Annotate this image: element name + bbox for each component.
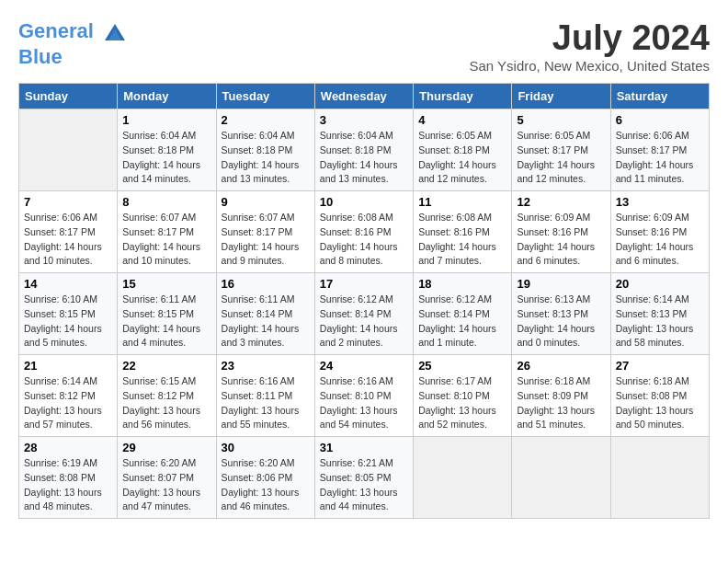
day-info: Sunrise: 6:10 AM Sunset: 8:15 PM Dayligh… xyxy=(24,293,112,350)
calendar-cell xyxy=(19,109,118,191)
calendar-cell: 17Sunrise: 6:12 AM Sunset: 8:14 PM Dayli… xyxy=(314,273,413,355)
calendar-cell: 25Sunrise: 6:17 AM Sunset: 8:10 PM Dayli… xyxy=(414,355,512,437)
col-header-wednesday: Wednesday xyxy=(314,84,413,109)
calendar-cell: 18Sunrise: 6:12 AM Sunset: 8:14 PM Dayli… xyxy=(414,273,512,355)
col-header-friday: Friday xyxy=(512,84,610,109)
calendar-table: SundayMondayTuesdayWednesdayThursdayFrid… xyxy=(18,83,710,519)
calendar-cell xyxy=(414,437,512,519)
calendar-cell: 6Sunrise: 6:06 AM Sunset: 8:17 PM Daylig… xyxy=(610,109,709,191)
day-info: Sunrise: 6:18 AM Sunset: 8:08 PM Dayligh… xyxy=(616,374,704,432)
day-number: 22 xyxy=(122,359,210,373)
col-header-monday: Monday xyxy=(118,84,216,109)
calendar-cell: 28Sunrise: 6:19 AM Sunset: 8:08 PM Dayli… xyxy=(19,437,118,519)
day-info: Sunrise: 6:21 AM Sunset: 8:05 PM Dayligh… xyxy=(320,456,408,514)
day-number: 28 xyxy=(24,441,112,454)
day-number: 17 xyxy=(320,277,408,291)
calendar-cell: 11Sunrise: 6:08 AM Sunset: 8:16 PM Dayli… xyxy=(414,191,512,273)
calendar-cell: 23Sunrise: 6:16 AM Sunset: 8:11 PM Dayli… xyxy=(216,355,314,437)
day-info: Sunrise: 6:17 AM Sunset: 8:10 PM Dayligh… xyxy=(418,374,506,432)
calendar-cell: 7Sunrise: 6:06 AM Sunset: 8:17 PM Daylig… xyxy=(19,191,118,273)
calendar-cell: 3Sunrise: 6:04 AM Sunset: 8:18 PM Daylig… xyxy=(314,109,413,191)
day-info: Sunrise: 6:09 AM Sunset: 8:16 PM Dayligh… xyxy=(616,211,704,269)
day-number: 24 xyxy=(320,359,408,373)
calendar-cell xyxy=(512,437,610,519)
day-number: 26 xyxy=(517,359,605,373)
day-number: 7 xyxy=(24,195,112,209)
calendar-week-3: 14Sunrise: 6:10 AM Sunset: 8:15 PM Dayli… xyxy=(19,273,710,355)
day-number: 30 xyxy=(222,441,310,454)
day-info: Sunrise: 6:06 AM Sunset: 8:17 PM Dayligh… xyxy=(24,211,112,269)
day-info: Sunrise: 6:15 AM Sunset: 8:12 PM Dayligh… xyxy=(122,374,210,432)
day-number: 20 xyxy=(616,277,704,291)
calendar-cell: 20Sunrise: 6:14 AM Sunset: 8:13 PM Dayli… xyxy=(610,273,709,355)
calendar-cell: 15Sunrise: 6:11 AM Sunset: 8:15 PM Dayli… xyxy=(118,273,216,355)
day-info: Sunrise: 6:14 AM Sunset: 8:13 PM Dayligh… xyxy=(616,293,704,350)
page-header: General Blue July 2024 San Ysidro, New M… xyxy=(18,18,710,74)
day-number: 9 xyxy=(222,195,310,209)
calendar-cell: 9Sunrise: 6:07 AM Sunset: 8:17 PM Daylig… xyxy=(216,191,314,273)
calendar-cell: 21Sunrise: 6:14 AM Sunset: 8:12 PM Dayli… xyxy=(19,355,118,437)
calendar-cell: 19Sunrise: 6:13 AM Sunset: 8:13 PM Dayli… xyxy=(512,273,610,355)
day-info: Sunrise: 6:07 AM Sunset: 8:17 PM Dayligh… xyxy=(122,211,210,269)
calendar-header-row: SundayMondayTuesdayWednesdayThursdayFrid… xyxy=(19,84,710,109)
day-number: 6 xyxy=(616,113,704,127)
day-number: 3 xyxy=(320,113,408,127)
day-number: 27 xyxy=(616,359,704,373)
day-number: 2 xyxy=(222,113,310,127)
calendar-cell: 10Sunrise: 6:08 AM Sunset: 8:16 PM Dayli… xyxy=(314,191,413,273)
calendar-cell: 2Sunrise: 6:04 AM Sunset: 8:18 PM Daylig… xyxy=(216,109,314,191)
day-info: Sunrise: 6:05 AM Sunset: 8:18 PM Dayligh… xyxy=(418,129,506,187)
calendar-cell: 5Sunrise: 6:05 AM Sunset: 8:17 PM Daylig… xyxy=(512,109,610,191)
day-info: Sunrise: 6:06 AM Sunset: 8:17 PM Dayligh… xyxy=(616,129,704,187)
day-number: 23 xyxy=(222,359,310,373)
day-number: 10 xyxy=(320,195,408,209)
day-info: Sunrise: 6:08 AM Sunset: 8:16 PM Dayligh… xyxy=(320,211,408,269)
calendar-cell: 1Sunrise: 6:04 AM Sunset: 8:18 PM Daylig… xyxy=(118,109,216,191)
day-info: Sunrise: 6:04 AM Sunset: 8:18 PM Dayligh… xyxy=(122,129,210,187)
calendar-cell: 14Sunrise: 6:10 AM Sunset: 8:15 PM Dayli… xyxy=(19,273,118,355)
day-info: Sunrise: 6:04 AM Sunset: 8:18 PM Dayligh… xyxy=(222,129,310,187)
calendar-cell: 16Sunrise: 6:11 AM Sunset: 8:14 PM Dayli… xyxy=(216,273,314,355)
day-number: 31 xyxy=(320,441,408,454)
day-number: 25 xyxy=(418,359,506,373)
calendar-cell: 24Sunrise: 6:16 AM Sunset: 8:10 PM Dayli… xyxy=(314,355,413,437)
day-number: 4 xyxy=(418,113,506,127)
day-number: 13 xyxy=(616,195,704,209)
col-header-thursday: Thursday xyxy=(414,84,512,109)
col-header-sunday: Sunday xyxy=(19,84,118,109)
day-number: 5 xyxy=(517,113,605,127)
calendar-cell: 30Sunrise: 6:20 AM Sunset: 8:06 PM Dayli… xyxy=(216,437,314,519)
day-info: Sunrise: 6:18 AM Sunset: 8:09 PM Dayligh… xyxy=(517,374,605,432)
day-number: 16 xyxy=(222,277,310,291)
calendar-cell: 29Sunrise: 6:20 AM Sunset: 8:07 PM Dayli… xyxy=(118,437,216,519)
calendar-cell: 22Sunrise: 6:15 AM Sunset: 8:12 PM Dayli… xyxy=(118,355,216,437)
day-number: 19 xyxy=(517,277,605,291)
day-info: Sunrise: 6:04 AM Sunset: 8:18 PM Dayligh… xyxy=(320,129,408,187)
calendar-cell: 12Sunrise: 6:09 AM Sunset: 8:16 PM Dayli… xyxy=(512,191,610,273)
calendar-cell: 27Sunrise: 6:18 AM Sunset: 8:08 PM Dayli… xyxy=(610,355,709,437)
day-info: Sunrise: 6:16 AM Sunset: 8:11 PM Dayligh… xyxy=(222,374,310,432)
day-info: Sunrise: 6:20 AM Sunset: 8:06 PM Dayligh… xyxy=(222,456,310,514)
day-number: 14 xyxy=(24,277,112,291)
logo-text: General xyxy=(18,18,129,46)
calendar-cell: 31Sunrise: 6:21 AM Sunset: 8:05 PM Dayli… xyxy=(314,437,413,519)
calendar-cell xyxy=(610,437,709,519)
day-info: Sunrise: 6:20 AM Sunset: 8:07 PM Dayligh… xyxy=(122,456,210,514)
day-number: 12 xyxy=(517,195,605,209)
day-info: Sunrise: 6:05 AM Sunset: 8:17 PM Dayligh… xyxy=(517,129,605,187)
day-info: Sunrise: 6:11 AM Sunset: 8:14 PM Dayligh… xyxy=(222,293,310,350)
calendar-cell: 13Sunrise: 6:09 AM Sunset: 8:16 PM Dayli… xyxy=(610,191,709,273)
calendar-week-2: 7Sunrise: 6:06 AM Sunset: 8:17 PM Daylig… xyxy=(19,191,710,273)
col-header-tuesday: Tuesday xyxy=(216,84,314,109)
title-block: July 2024 San Ysidro, New Mexico, United… xyxy=(469,18,710,74)
day-info: Sunrise: 6:12 AM Sunset: 8:14 PM Dayligh… xyxy=(418,293,506,350)
day-info: Sunrise: 6:12 AM Sunset: 8:14 PM Dayligh… xyxy=(320,293,408,350)
day-info: Sunrise: 6:14 AM Sunset: 8:12 PM Dayligh… xyxy=(24,374,112,432)
logo: General Blue xyxy=(18,18,129,68)
calendar-week-1: 1Sunrise: 6:04 AM Sunset: 8:18 PM Daylig… xyxy=(19,109,710,191)
day-number: 1 xyxy=(122,113,210,127)
day-info: Sunrise: 6:13 AM Sunset: 8:13 PM Dayligh… xyxy=(517,293,605,350)
day-number: 8 xyxy=(122,195,210,209)
calendar-cell: 4Sunrise: 6:05 AM Sunset: 8:18 PM Daylig… xyxy=(414,109,512,191)
col-header-saturday: Saturday xyxy=(610,84,709,109)
